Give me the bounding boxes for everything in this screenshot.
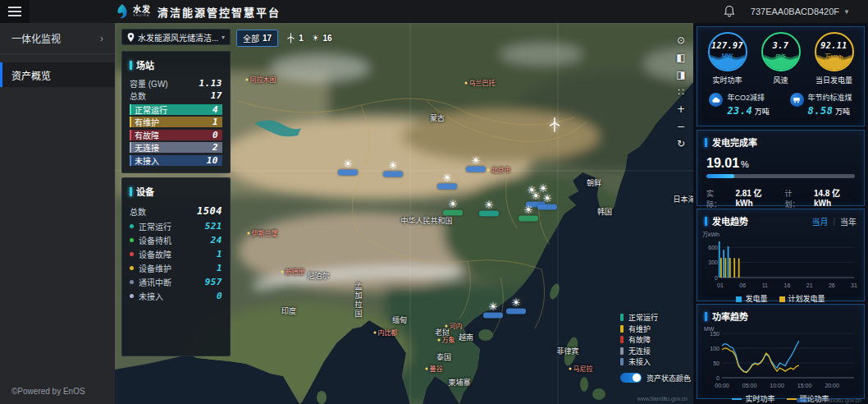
filter-all-stations[interactable]: 全部 17 [236,30,278,47]
solar-station-marker[interactable]: ☀ [338,158,358,176]
account-device-dropdown[interactable]: 737EAA0BACD8420F ▼ [751,7,850,16]
map-control-layers-icon[interactable]: ∷ [674,86,688,98]
sidebar-item-asset-overview[interactable]: 资产概览 [0,62,115,87]
solar-station-marker[interactable]: ☀ [443,199,463,216]
svg-text:0: 0 [715,275,718,281]
solar-station-marker[interactable]: ☀ [479,200,499,217]
completion-title: 发电完成率 [712,135,757,149]
tab-current-year[interactable]: 当年 [840,215,857,227]
map-control-pan-left-icon[interactable]: ◧ [674,52,688,63]
solar-station-marker[interactable]: ☀ [483,301,503,319]
sun-icon: ☀ [511,297,521,308]
capital-dot-icon [569,368,572,370]
legend-line-blue [732,398,742,400]
map-control-zoom-out-icon[interactable]: − [674,121,688,132]
map-region-label: 孟加拉国 [354,282,364,319]
sun-icon: ☀ [523,204,533,215]
filter-wind-stations[interactable]: 1 [286,33,304,44]
filter-all-label: 全部 [243,32,259,44]
map-region-label: 尼泊尔 [307,270,329,281]
map-control-pan-right-icon[interactable]: ◨ [674,69,688,80]
svg-text:300: 300 [708,259,718,265]
svg-text:06: 06 [739,282,746,288]
sun-icon: ☀ [471,155,481,166]
sidebar-item-monitoring[interactable]: 一体化监视› [0,23,115,54]
menu-hamburger-icon[interactable] [0,0,30,23]
filter-solar-stations[interactable]: ☀ 16 [312,33,332,44]
map-city-label: 内比都 [374,328,398,337]
device-status-value: 521 [205,221,222,232]
asset-status-color-toggle[interactable] [620,373,642,383]
solar-station-marker[interactable]: ☀ [466,155,486,172]
notification-bell-icon[interactable] [723,5,736,18]
sun-icon: ☀ [542,193,552,204]
gauge-value: 92.11 [816,41,852,50]
svg-text:20:00: 20:00 [825,383,839,388]
svg-text:05:00: 05:00 [742,383,757,388]
map-control-history-icon[interactable]: ⊙ [674,34,688,46]
device-status-value: 1 [217,249,222,259]
tab-current-month[interactable]: 当月 [811,215,828,227]
station-name-pill [519,216,538,222]
sun-icon: ☀ [312,33,320,44]
map-control-zoom-in-icon[interactable]: + [674,103,688,115]
gauge-wind-speed: 3.7m/s风速 [756,32,806,85]
station-info-row: 总数17 [130,90,222,102]
capital-dot-icon [248,232,250,235]
tab-separator: | [833,217,835,226]
station-info-label: 总数 [130,90,146,102]
card-accent-bar [130,187,132,196]
device-status-label: 正常运行 [139,220,171,232]
legend-label: 正常运行 [628,312,658,323]
legend-color-bar [620,314,624,321]
map-region-label: 朝鲜 [587,177,601,188]
powered-by-label: ©Powered by EnOS [11,387,85,396]
solar-station-marker[interactable]: ☀ [437,172,457,190]
map-region-label: 蒙古 [430,112,445,123]
map-city-label: 新德里 [281,267,305,276]
svg-text:万kWh: 万kWh [702,232,720,238]
stat-unit: 万吨 [752,108,770,116]
sidebar: 一体化监视›资产概览 ©Powered by EnOS [0,23,115,404]
solar-station-marker[interactable]: ☀ [383,160,403,177]
map-control-reset-view-icon[interactable]: ↻ [674,138,688,149]
sun-icon: ☀ [484,200,494,210]
sidebar-item-label: 一体化监视 [11,31,61,45]
plan-value: 14.8 亿kWh [814,186,855,208]
page-title: 清洁能源管控智慧平台 [158,4,281,20]
right-dashboard-column: 127.97MW实时功率3.7m/s风速92.11万kWh当日发电量 年CO2减… [693,23,868,404]
sun-icon: ☀ [388,160,398,171]
status-label: 未接入 [135,154,159,167]
station-status-row: 有故障0 [130,130,222,140]
legend-realtime-power: 实时功率 [732,393,774,404]
station-name-pill [338,170,358,176]
svg-text:100: 100 [710,346,720,351]
sun-icon: ☀ [343,158,353,169]
power-trend-panel: 功率趋势 MW05010015000:0005:0010:0015:0020:0… [697,304,865,399]
status-label: 有维护 [135,116,159,128]
gauge-ring: 127.97MW [708,32,747,71]
svg-text:21: 21 [806,282,813,288]
toggle-label: 资产状态颜色 [646,373,691,383]
capital-dot-icon [465,82,468,85]
station-name-pill [437,184,457,190]
power-trend-title: 功率趋势 [712,310,748,323]
gauge-ring: 3.7m/s [761,32,801,71]
tianditu-logo [797,398,808,402]
device-status-label: 设备故障 [139,248,171,260]
map-region-label: 越南 [459,332,473,342]
solar-station-marker[interactable]: ☀ [506,297,526,314]
solar-station-marker[interactable]: ☀ [519,204,538,222]
map-filters: 全部 17 1 ☀ 16 [236,30,332,47]
legend-color-bar [620,358,624,365]
solar-station-marker[interactable]: ☀ [537,193,557,210]
station-name-pill [479,211,499,217]
status-dot-icon [130,266,134,270]
wind-turbine-marker[interactable] [548,117,561,133]
device-status-label: 未接入 [139,290,163,302]
panel-accent-bar [705,312,707,321]
app-root: 水发 SHUIFA 清洁能源管控智慧平台 737EAA0BACD8420F ▼ … [0,0,868,404]
stat-unit: 万吨 [834,108,851,116]
station-select[interactable]: 水发能源风光储清洁... ▾ [121,29,231,45]
gauge-unit: m/s [763,52,799,59]
